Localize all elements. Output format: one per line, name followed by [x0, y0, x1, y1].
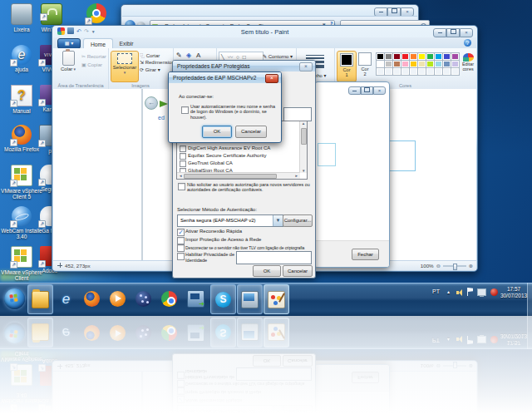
palette-empty-swatch[interactable]	[451, 67, 460, 76]
paint-titlebar: Sem título - Paint	[52, 26, 477, 37]
desktop: Lixeira ajuda Manual Mozilla Firefox VMw…	[0, 0, 532, 316]
paint-title: Sem título - Paint	[241, 28, 289, 36]
crop-button[interactable]: ⿻ Cortar	[140, 52, 160, 59]
taskbar-paint[interactable]	[264, 284, 289, 314]
taskbar-internet-explorer[interactable]: e	[54, 284, 78, 313]
bg-button-strip: Fechar	[315, 240, 389, 267]
qat-dropdown-icon[interactable]: ▼	[91, 27, 96, 36]
server-name-field[interactable]	[283, 107, 312, 121]
fechar-button[interactable]: Fechar	[352, 249, 379, 260]
eap-dialog-titlebar: Propriedades EAP Protegidas	[173, 61, 315, 71]
edit-colors-button[interactable]: Editar cores	[461, 52, 475, 80]
mschap-dialog: Propriedades de EAP MSCHAPv2 × Ao conect…	[168, 71, 282, 143]
taskbar-media-player[interactable]	[106, 284, 130, 313]
vmware-icon	[11, 246, 32, 268]
skype-icon: S	[215, 292, 231, 308]
color1-swatch	[340, 53, 353, 67]
zoom-slider[interactable]	[443, 265, 466, 267]
taskbar-firefox[interactable]	[80, 284, 104, 313]
vertical-scrollbar[interactable]: ▲▼	[299, 121, 307, 173]
zoom-control: 100% ⊖ ⊕	[421, 261, 473, 270]
close-button[interactable]: ×	[265, 74, 278, 83]
media-player-icon	[110, 291, 126, 307]
remote-desktop-icon	[187, 290, 204, 308]
chrome-icon	[161, 291, 177, 307]
fast-reconnect-label: Ativar Reconexão Rápida	[185, 229, 242, 234]
zoom-out-icon[interactable]: ⊖	[436, 261, 441, 270]
cancel-button[interactable]: Cancelar	[283, 265, 313, 277]
tab-exibir[interactable]: Exibir	[113, 38, 140, 48]
redo-icon[interactable]: ↷	[84, 27, 89, 36]
help-icon	[12, 45, 32, 65]
auto-credentials-label: Usar automaticamente meu nome e senha de…	[190, 104, 275, 120]
taskbar-clock[interactable]: 17:57 30/07/2013	[499, 286, 529, 300]
undo-icon[interactable]: ↶	[76, 27, 81, 36]
taskbar-monitor-app[interactable]	[237, 284, 263, 314]
cancel-button[interactable]: Cancelar	[235, 126, 267, 138]
auto-credentials-checkbox[interactable]	[181, 106, 189, 114]
outline-dropdown[interactable]: ✎ Contorno ▾	[263, 53, 293, 59]
maximize-button[interactable]	[361, 86, 373, 95]
taskbar-remote-desktop[interactable]	[184, 284, 208, 313]
clock-time: 17:57	[499, 286, 529, 293]
paste-button[interactable]: Colar ▾	[57, 51, 79, 71]
quick-access-toolbar: ↶ ↷ ▼	[57, 27, 96, 36]
ok-button[interactable]: OK	[202, 126, 232, 138]
color1-button[interactable]: Cor1	[337, 51, 357, 82]
privacy-checkbox[interactable]	[177, 253, 185, 260]
certificate-row[interactable]: Equifax Secure Certificate Authority	[177, 152, 307, 160]
rotate-button[interactable]: ⟳ Girar ▾	[140, 67, 160, 72]
save-icon[interactable]	[67, 27, 74, 34]
zoom-slider-thumb[interactable]	[453, 264, 457, 270]
certificate-row[interactable]: DigiCert High Assurance EV Root CA	[177, 145, 307, 152]
fast-reconnect-checkbox[interactable]: ✓	[177, 229, 185, 236]
windows-flag-icon	[9, 293, 18, 303]
minimize-button[interactable]	[433, 28, 446, 37]
fill-tool-icon[interactable]: ◈	[186, 52, 191, 59]
sphere-app-icon	[135, 291, 151, 307]
firefox-icon	[84, 291, 100, 307]
tlv-label: Desconectar se o servidor não tiver TLV …	[185, 245, 312, 250]
pasted-green-icon	[160, 101, 168, 107]
tlv-checkbox[interactable]	[177, 244, 185, 252]
start-button[interactable]	[4, 288, 25, 309]
configure-button[interactable]: Configurar...	[283, 214, 313, 227]
taskbar-app-sphere[interactable]	[131, 284, 155, 313]
nap-checkbox[interactable]	[177, 237, 185, 244]
maximize-button[interactable]	[446, 28, 460, 37]
certificate-checkbox[interactable]	[180, 160, 186, 167]
select-button[interactable]: Selecionar▾	[111, 51, 139, 82]
winscp-icon	[41, 3, 62, 25]
privacy-field[interactable]	[236, 251, 312, 264]
internet-explorer-icon: e	[58, 291, 74, 307]
no-prompt-checkbox[interactable]	[178, 183, 185, 190]
select-icon	[117, 53, 132, 64]
zoom-in-icon[interactable]: ⊕	[469, 261, 473, 270]
text-tool-icon[interactable]: A	[196, 52, 200, 59]
language-indicator[interactable]: PT	[432, 288, 440, 294]
certificate-checkbox[interactable]	[180, 145, 186, 152]
close-button[interactable]: ×	[373, 86, 386, 95]
method-dropdown[interactable]: Senha segura (EAP-MSCHAP v2) ▼	[177, 214, 283, 227]
nap-label: Impor Proteção de Acesso à Rede	[185, 237, 261, 243]
show-desktop-button[interactable]	[527, 283, 532, 316]
copy-button[interactable]: ▣ Copiar	[81, 62, 102, 67]
cut-button[interactable]: ✂ Recortar	[81, 53, 106, 59]
taskbar-chrome[interactable]	[157, 284, 181, 313]
color2-button[interactable]: Cor2	[357, 51, 373, 81]
minimize-button[interactable]	[348, 86, 361, 95]
certificate-row[interactable]: GeoTrust Global CA	[177, 160, 307, 167]
taskbar-explorer[interactable]	[27, 284, 53, 314]
help-icon[interactable]: ?	[464, 39, 471, 47]
certificate-checkbox[interactable]	[180, 153, 186, 160]
taskbar-skype[interactable]: S	[210, 284, 236, 314]
dropdown-arrow-icon[interactable]: ▼	[273, 215, 283, 226]
close-button[interactable]: ×	[460, 28, 473, 37]
explorer-icon	[32, 291, 49, 308]
ok-button[interactable]: OK	[253, 265, 281, 277]
horizontal-scrollbar[interactable]: ◄►	[177, 172, 300, 179]
pencil-tool-icon[interactable]: ✎	[176, 52, 182, 59]
close-button[interactable]: ×	[299, 62, 313, 71]
show-hidden-icons[interactable]: ▲	[446, 289, 451, 294]
screenshot: Lixeira ajuda Manual Mozilla Firefox VMw…	[0, 0, 532, 419]
